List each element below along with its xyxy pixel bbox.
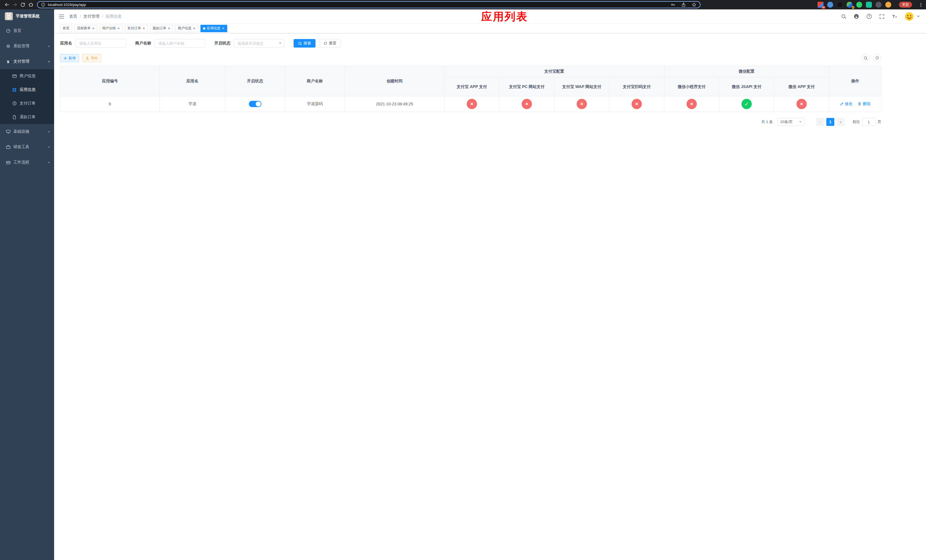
sidebar-item-home[interactable]: 首页	[0, 23, 54, 38]
pagination-page-1[interactable]: 1	[826, 118, 834, 126]
app-name-input[interactable]	[76, 39, 126, 48]
browser-menu-icon[interactable]	[918, 3, 923, 7]
password-key-icon[interactable]	[670, 2, 675, 7]
column-header-wx-app: 微信 APP 支付	[774, 77, 829, 96]
delete-link-label: 删除	[862, 101, 870, 106]
main-area: 首页 / 支付管理 / 应用信息 应用列表 ?	[54, 9, 926, 560]
tag-label: 首页	[63, 26, 70, 31]
search-button[interactable]: 搜索	[294, 39, 316, 48]
sidebar-item-workflow[interactable]: 工作流程	[0, 155, 54, 170]
add-button-label: 新增	[69, 56, 76, 61]
extension-icon-6[interactable]	[866, 2, 872, 8]
font-size-icon[interactable]: TT	[892, 14, 897, 19]
config-status-alipay-qr: ×	[632, 99, 642, 109]
browser-reload-icon[interactable]	[19, 1, 27, 9]
tag-home[interactable]: 首页	[60, 25, 72, 32]
extension-icon-7[interactable]	[876, 2, 882, 8]
breadcrumb-home[interactable]: 首页	[69, 14, 77, 19]
address-bar[interactable]: localhost:1024/pay/app	[37, 1, 701, 8]
tag-close-icon[interactable]: ×	[222, 26, 225, 30]
tag-close-icon[interactable]: ×	[193, 26, 196, 30]
config-status-alipay-pc: ×	[522, 99, 532, 109]
tag-payment-orders[interactable]: 支付订单×	[125, 25, 148, 32]
extension-badge: 1	[852, 6, 854, 9]
github-icon[interactable]	[854, 14, 859, 19]
navbar-actions: ? TT	[841, 12, 920, 21]
sidebar-item-payment[interactable]: ¥ 支付管理	[0, 54, 54, 69]
page: localhost:1024/pay/app 10 1	[0, 0, 926, 560]
sidebar-item-app-info[interactable]: 应用信息	[0, 83, 54, 97]
status-select[interactable]	[234, 39, 284, 48]
table-toolbar: 新增 导出	[60, 54, 881, 62]
sidebar-item-merchant-info[interactable]: 商户信息	[0, 69, 54, 83]
help-question-icon[interactable]: ?	[867, 14, 872, 19]
add-button[interactable]: 新增	[60, 54, 79, 62]
pagination-prev-button[interactable]: ‹	[816, 118, 824, 126]
edit-link[interactable]: 修改	[840, 101, 853, 106]
sidebar-item-system[interactable]: 系统管理	[0, 38, 54, 54]
pagination-goto-input[interactable]	[862, 118, 875, 126]
reset-button-label: 重置	[329, 41, 336, 46]
sidebar-item-label: 退款订单	[20, 115, 36, 120]
breadcrumb-separator: /	[80, 14, 81, 19]
breadcrumb-payment[interactable]: 支付管理	[83, 14, 99, 19]
column-header-merchant: 商户名称	[285, 66, 345, 96]
active-tag-dot	[203, 27, 205, 30]
sidebar-item-payment-orders[interactable]: 支付订单	[0, 97, 54, 110]
tag-app-info[interactable]: 应用信息×	[200, 25, 227, 32]
tag-close-icon[interactable]: ×	[142, 26, 145, 30]
sidebar-collapse-icon[interactable]	[58, 14, 65, 20]
page-size-value: 10条/页	[780, 120, 793, 124]
extension-icon-5[interactable]	[856, 2, 862, 8]
export-button-label: 导出	[91, 56, 98, 61]
tag-refund-orders[interactable]: 退款订单×	[150, 25, 173, 32]
export-button[interactable]: 导出	[82, 54, 101, 62]
app-table: 应用编号 应用名 开启状态 商户名称 创建时间 支付宝配置 微信配置 操作 支付…	[60, 66, 882, 112]
share-icon[interactable]	[681, 2, 686, 7]
merchant-name-input[interactable]	[154, 39, 205, 48]
tag-user-group[interactable]: 用户分组×	[100, 25, 123, 32]
refresh-table-icon-button[interactable]	[873, 54, 881, 62]
browser-update-button[interactable]: 更新	[899, 2, 912, 8]
sidebar-item-label: 支付订单	[20, 101, 36, 106]
tag-merchant-info[interactable]: 商户信息×	[175, 25, 198, 32]
extension-icon-1[interactable]: 10	[817, 2, 823, 8]
pagination-next-button[interactable]: ›	[837, 118, 844, 126]
url-text[interactable]: localhost:1024/pay/app	[48, 3, 86, 7]
reset-button[interactable]: 重置	[319, 39, 341, 48]
toggle-search-icon-button[interactable]	[861, 54, 870, 62]
site-info-icon[interactable]	[41, 3, 45, 7]
dev-tools-icon	[6, 145, 11, 149]
bookmark-star-icon[interactable]	[691, 2, 696, 7]
sidebar-logo-row[interactable]: 芋道管理系统	[0, 9, 54, 23]
tag-close-icon[interactable]: ×	[117, 26, 120, 30]
sidebar-item-infrastructure[interactable]: 基础设施	[0, 124, 54, 139]
column-header-alipay-app: 支付宝 APP 支付	[445, 77, 499, 96]
status-toggle[interactable]	[249, 101, 262, 107]
config-status-wx-lite: ×	[687, 99, 697, 109]
browser-forward-icon[interactable]	[11, 1, 19, 9]
avatar-dropdown-caret-icon[interactable]	[917, 16, 920, 17]
search-button-label: 搜索	[304, 41, 311, 46]
user-avatar[interactable]	[905, 12, 914, 21]
sidebar-item-dev-tools[interactable]: 研发工具	[0, 139, 54, 155]
sidebar-submenu-payment: 商户信息 应用信息 支付订单 退款订单	[0, 69, 54, 124]
extension-icon-8[interactable]	[885, 2, 891, 8]
config-status-wx-jsapi: ✓	[741, 99, 752, 109]
extension-icon-4[interactable]: 1	[847, 2, 853, 8]
browser-back-icon[interactable]	[3, 1, 11, 9]
svg-text:?: ?	[868, 15, 870, 18]
app-logo	[5, 12, 13, 20]
tag-close-icon[interactable]: ×	[92, 26, 95, 30]
header-search-icon[interactable]	[841, 14, 846, 19]
delete-link[interactable]: 删除	[858, 101, 870, 106]
browser-home-icon[interactable]	[27, 1, 35, 9]
page-size-select[interactable]: 10条/页	[777, 118, 805, 126]
tag-process-form[interactable]: 流程表单×	[74, 25, 97, 32]
extension-icon-2[interactable]	[827, 2, 833, 8]
fullscreen-icon[interactable]	[879, 14, 884, 19]
sidebar-item-refund-orders[interactable]: 退款订单	[0, 110, 54, 124]
app-name-label: 应用名	[60, 41, 72, 46]
tag-close-icon[interactable]: ×	[168, 26, 171, 30]
extension-icon-3[interactable]	[837, 2, 843, 8]
